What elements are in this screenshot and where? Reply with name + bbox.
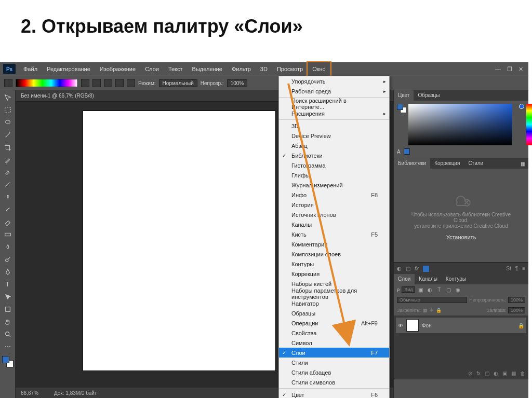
menu-item-абзац[interactable]: Абзац xyxy=(279,141,389,150)
menu-item-поиск-расширений-в-интернете-[interactable]: Поиск расширений в Интернете... xyxy=(279,99,389,108)
menu-item-источник-клонов[interactable]: Источник клонов xyxy=(279,210,389,219)
gradient-radial-icon[interactable] xyxy=(92,79,101,87)
stamp-tool-icon[interactable] xyxy=(2,191,14,203)
restore-icon[interactable]: ❐ xyxy=(507,66,512,73)
menu-item-кисть[interactable]: КистьF5 xyxy=(279,229,389,239)
blend-mode-dropdown[interactable]: Обычные xyxy=(397,297,467,303)
mode-dropdown[interactable]: Нормальный xyxy=(159,79,197,87)
tab-layers[interactable]: Слои xyxy=(394,274,415,284)
dodge-tool-icon[interactable] xyxy=(2,254,14,265)
lock-pixels-icon[interactable]: ▦ xyxy=(423,308,428,313)
menu-файл[interactable]: Файл xyxy=(19,62,42,76)
menu-item-гистограмма[interactable]: Гистограмма xyxy=(279,160,389,170)
gradient-tool-icon[interactable] xyxy=(2,229,14,240)
color-picker-field[interactable] xyxy=(408,104,512,145)
window-controls[interactable]: — ❐ ✕ xyxy=(495,66,528,73)
menu-item-история[interactable]: История xyxy=(279,200,389,210)
menu-item-3d[interactable]: 3D xyxy=(279,121,389,131)
link-icon[interactable]: ⊘ xyxy=(468,370,472,376)
gradient-angle-icon[interactable] xyxy=(104,79,112,87)
menu-item-слои[interactable]: СлоиF7 xyxy=(279,348,389,358)
menu-item-рабочая-среда[interactable]: Рабочая среда xyxy=(279,86,389,96)
crop-tool-icon[interactable] xyxy=(2,142,14,153)
wand-tool-icon[interactable] xyxy=(2,129,14,141)
tab-styles[interactable]: Стили xyxy=(464,158,487,169)
menu-item-расширения[interactable]: Расширения xyxy=(279,108,389,118)
menu-изображение[interactable]: Изображение xyxy=(95,62,140,76)
gradient-reflected-icon[interactable] xyxy=(115,79,124,87)
menu-item-стили[interactable]: Стили xyxy=(279,358,389,367)
menu-фильтр[interactable]: Фильтр xyxy=(227,62,256,76)
close-icon[interactable]: ✕ xyxy=(518,66,523,73)
layer-row[interactable]: 👁 Фон 🔒 xyxy=(396,318,526,333)
tab-color[interactable]: Цвет xyxy=(394,90,414,101)
menu-item-композиции-слоев[interactable]: Композиции слоев xyxy=(279,249,389,259)
opacity-dropdown[interactable]: 100% xyxy=(227,79,248,87)
history-brush-icon[interactable] xyxy=(2,204,14,215)
blur-tool-icon[interactable] xyxy=(2,241,14,253)
path-tool-icon[interactable] xyxy=(2,291,14,303)
fx-add-icon[interactable]: fx xyxy=(476,370,481,376)
brush-tool-icon[interactable] xyxy=(2,179,14,190)
tab-swatches[interactable]: Образцы xyxy=(414,90,444,101)
lasso-tool-icon[interactable] xyxy=(2,117,14,128)
minimize-icon[interactable]: — xyxy=(495,66,501,73)
menu-выделение[interactable]: Выделение xyxy=(188,62,227,76)
gradient-swatch[interactable] xyxy=(16,79,78,87)
gradient-diamond-icon[interactable] xyxy=(127,79,135,87)
fx-icon[interactable]: fx xyxy=(415,266,419,271)
menu-редактирование[interactable]: Редактирование xyxy=(42,62,95,76)
shape-tool-icon[interactable] xyxy=(2,304,14,315)
adjust-add-icon[interactable]: ◐ xyxy=(494,370,498,376)
tab-paths[interactable]: Контуры xyxy=(442,274,470,284)
eyedropper-tool-icon[interactable] xyxy=(2,154,14,166)
fill-value[interactable]: 100% xyxy=(508,307,525,313)
pen-tool-icon[interactable] xyxy=(2,266,14,278)
heal-tool-icon[interactable] xyxy=(2,167,14,178)
type-tool-icon[interactable]: T xyxy=(2,279,14,290)
eraser-tool-icon[interactable] xyxy=(2,216,14,228)
menu-текст[interactable]: Текст xyxy=(164,62,188,76)
tab-libraries[interactable]: Библиотеки xyxy=(394,158,430,169)
color-swatches[interactable] xyxy=(2,356,14,367)
menu-item-символ[interactable]: Символ xyxy=(279,338,389,348)
menu-item-упорядочить[interactable]: Упорядочить xyxy=(279,76,389,86)
opacity-value[interactable]: 100% xyxy=(508,297,525,303)
menu-item-контуры[interactable]: Контуры xyxy=(279,259,389,269)
menu-item-каналы[interactable]: Каналы xyxy=(279,219,389,229)
char-icon[interactable]: St xyxy=(506,266,511,271)
menu-item-стили-абзацев[interactable]: Стили абзацев xyxy=(279,367,389,377)
menu-item-библиотеки[interactable]: Библиотеки xyxy=(279,150,389,160)
menu-item-инфо[interactable]: ИнфоF8 xyxy=(279,190,389,200)
lock-position-icon[interactable]: ✛ xyxy=(430,308,434,313)
tab-channels[interactable]: Каналы xyxy=(415,274,442,284)
zoom-level[interactable]: 66,67% xyxy=(21,390,38,396)
layer-name[interactable]: Фон xyxy=(422,323,432,328)
mask-icon[interactable]: ▢ xyxy=(406,266,410,271)
menu-item-навигатор[interactable]: Навигатор xyxy=(279,298,389,308)
fill-icon[interactable] xyxy=(423,266,429,272)
adjust-icon[interactable]: ◐ xyxy=(397,266,402,271)
more-tools-icon[interactable]: ⋯ xyxy=(2,341,14,352)
marquee-tool-icon[interactable] xyxy=(2,104,14,116)
menu-просмотр[interactable]: Просмотр xyxy=(272,62,308,76)
tab-adjustments[interactable]: Коррекция xyxy=(430,158,464,169)
menu-item-глифы[interactable]: Глифы xyxy=(279,170,389,180)
move-tool-icon[interactable] xyxy=(2,92,14,103)
gradient-linear-icon[interactable] xyxy=(81,79,89,87)
lock-all-icon[interactable]: 🔒 xyxy=(436,308,442,313)
menu-item-образцы[interactable]: Образцы xyxy=(279,308,389,318)
menu-item-коррекция[interactable]: Коррекция xyxy=(279,269,389,279)
new-layer-icon[interactable]: ▦ xyxy=(511,370,516,376)
mask-add-icon[interactable]: ▢ xyxy=(485,370,489,376)
menu-слои[interactable]: Слои xyxy=(140,62,164,76)
visibility-icon[interactable]: 👁 xyxy=(398,323,403,328)
menu-item-device-preview[interactable]: Device Preview xyxy=(279,131,389,141)
menu-3d[interactable]: 3D xyxy=(256,62,272,76)
menu-item-стили-символов[interactable]: Стили символов xyxy=(279,377,389,387)
menu-item-операции[interactable]: ОперацииAlt+F9 xyxy=(279,318,389,328)
canvas[interactable] xyxy=(83,111,275,370)
panel-view-icon[interactable]: ▦ xyxy=(517,161,528,167)
install-link[interactable]: Установить xyxy=(446,234,476,240)
para-icon[interactable]: ¶ xyxy=(515,266,518,271)
